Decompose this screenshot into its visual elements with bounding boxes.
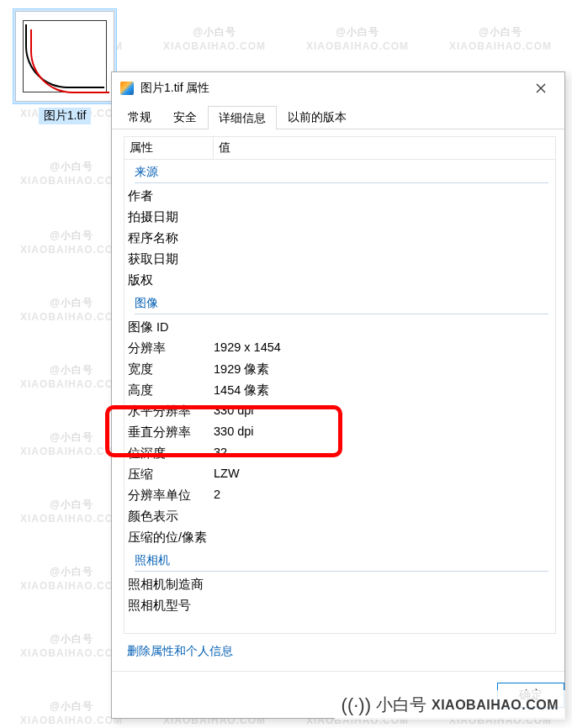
property-key: 图像 ID <box>128 319 214 335</box>
property-value <box>214 188 548 204</box>
titlebar: 图片1.tif 属性 <box>112 72 564 104</box>
property-list[interactable]: 来源作者拍摄日期程序名称获取日期版权图像图像 ID分辨率1929 x 1454宽… <box>124 159 556 634</box>
tab-bar: 常规 安全 详细信息 以前的版本 <box>112 104 564 129</box>
tab-details[interactable]: 详细信息 <box>208 106 277 129</box>
property-value: 1929 像素 <box>214 361 548 377</box>
credit-url: XIAOBAIHAO.COM <box>432 698 559 713</box>
property-key: 分辨率 <box>128 340 214 356</box>
tab-general[interactable]: 常规 <box>117 105 162 129</box>
property-row[interactable]: 照相机型号 <box>124 595 555 616</box>
property-value <box>214 230 548 246</box>
property-key: 照相机型号 <box>128 598 214 614</box>
property-key: 垂直分辨率 <box>128 425 214 440</box>
property-value: 1929 x 1454 <box>214 340 548 356</box>
column-value[interactable]: 值 <box>214 137 555 159</box>
tab-previous-versions[interactable]: 以前的版本 <box>277 105 358 129</box>
list-header: 属性 值 <box>124 136 556 159</box>
dialog-title: 图片1.tif 属性 <box>140 81 522 96</box>
tab-content: 属性 值 来源作者拍摄日期程序名称获取日期版权图像图像 ID分辨率1929 x … <box>112 129 564 671</box>
property-key: 分辨率单位 <box>128 488 214 504</box>
property-row[interactable]: 程序名称 <box>124 228 555 249</box>
property-key: 获取日期 <box>128 251 214 267</box>
section-header: 图像 <box>124 291 555 317</box>
tab-security[interactable]: 安全 <box>162 105 208 129</box>
property-value <box>214 251 548 267</box>
file-thumbnail <box>15 11 114 102</box>
property-row[interactable]: 版权 <box>124 270 555 291</box>
property-row[interactable]: 颜色表示 <box>124 506 555 527</box>
property-row[interactable]: 拍摄日期 <box>124 207 555 228</box>
property-row[interactable]: 图像 ID <box>124 317 555 338</box>
property-key: 照相机制造商 <box>128 577 214 593</box>
property-key: 压缩的位/像素 <box>128 530 214 546</box>
property-value <box>214 319 548 335</box>
property-key: 位深度 <box>128 446 214 462</box>
property-row[interactable]: 分辨率1929 x 1454 <box>124 338 555 359</box>
app-icon <box>120 82 134 95</box>
property-value: LZW <box>214 467 548 483</box>
property-row[interactable]: 水平分辨率330 dpi <box>124 401 555 422</box>
property-value: 330 dpi <box>214 425 548 440</box>
property-key: 作者 <box>128 188 214 204</box>
close-icon <box>536 83 546 93</box>
property-value <box>214 209 548 225</box>
property-value <box>214 509 548 525</box>
property-value: 32 <box>214 446 548 462</box>
property-value: 2 <box>214 488 548 504</box>
property-value <box>214 272 548 288</box>
property-key: 高度 <box>128 382 214 398</box>
file-item[interactable]: 图片1.tif <box>13 8 117 124</box>
broadcast-icon: ((·)) <box>342 694 371 716</box>
properties-dialog: 图片1.tif 属性 常规 安全 详细信息 以前的版本 属性 值 来源作者拍摄日… <box>111 71 565 719</box>
property-value <box>214 577 548 593</box>
property-key: 版权 <box>128 272 214 288</box>
property-row[interactable]: 高度1454 像素 <box>124 380 555 401</box>
column-property[interactable]: 属性 <box>124 137 214 159</box>
property-row[interactable]: 压缩LZW <box>124 464 555 485</box>
property-key: 拍摄日期 <box>128 209 214 225</box>
property-value <box>214 530 548 546</box>
property-key: 压缩 <box>128 467 214 483</box>
section-header: 来源 <box>124 160 555 186</box>
property-value <box>214 598 548 614</box>
credit-name: 小白号 <box>376 694 426 716</box>
close-button[interactable] <box>522 76 559 101</box>
property-row[interactable]: 压缩的位/像素 <box>124 527 555 548</box>
property-row[interactable]: 垂直分辨率330 dpi <box>124 422 555 443</box>
property-key: 程序名称 <box>128 230 214 246</box>
property-key: 颜色表示 <box>128 509 214 525</box>
property-row[interactable]: 宽度1929 像素 <box>124 359 555 380</box>
property-key: 水平分辨率 <box>128 404 214 419</box>
property-value: 330 dpi <box>214 404 548 419</box>
property-row[interactable]: 照相机制造商 <box>124 574 555 595</box>
file-name: 图片1.tif <box>39 108 92 124</box>
remove-properties-link[interactable]: 删除属性和个人信息 <box>124 634 556 664</box>
property-value: 1454 像素 <box>214 382 548 398</box>
property-row[interactable]: 分辨率单位2 <box>124 485 555 506</box>
property-row[interactable]: 获取日期 <box>124 249 555 270</box>
property-row[interactable]: 作者 <box>124 186 555 207</box>
credit-overlay: ((·)) 小白号 XIAOBAIHAO.COM <box>335 690 565 720</box>
section-header: 照相机 <box>124 548 555 574</box>
property-row[interactable]: 位深度32 <box>124 443 555 464</box>
property-key: 宽度 <box>128 361 214 377</box>
